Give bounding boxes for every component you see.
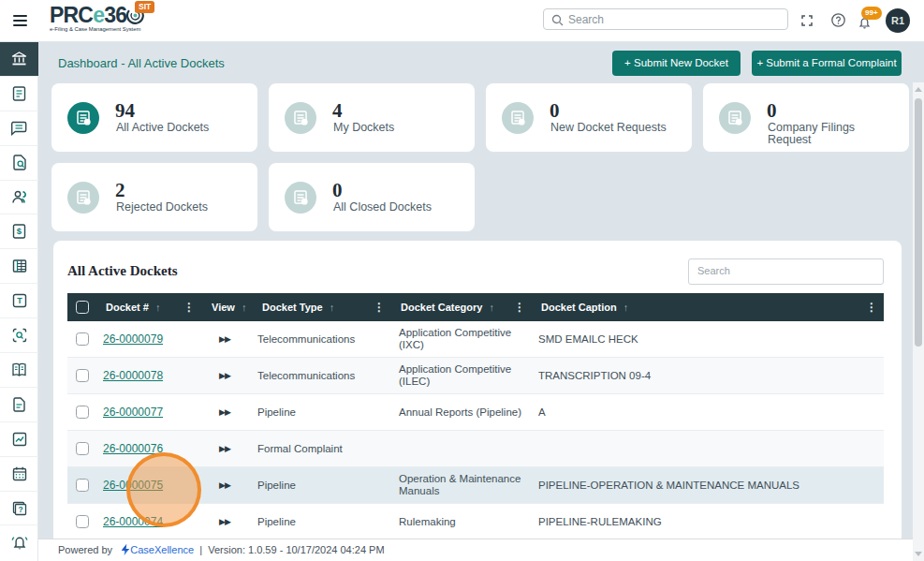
svg-text:?: ? bbox=[18, 505, 22, 514]
svg-text:T: T bbox=[17, 296, 22, 305]
svg-text:$: $ bbox=[17, 227, 22, 237]
